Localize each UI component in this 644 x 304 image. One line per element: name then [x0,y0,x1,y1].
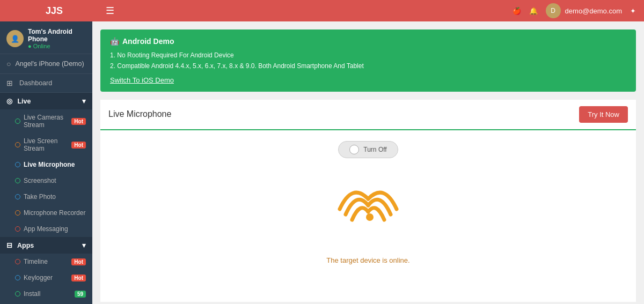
sidebar-item-screenshot[interactable]: Screenshot [0,173,92,189]
bell-icon[interactable]: 🔔 [529,7,538,15]
apps-chevron-icon: ▾ [82,241,86,249]
user-profile[interactable]: D demo@demo.com [546,3,622,18]
banner-line-1: 1. No Rooting Required For Android Devic… [110,50,626,61]
switch-to-ios-link[interactable]: Switch To iOS Demo [110,76,174,84]
live-mic-body: Turn Off [100,130,636,302]
live-mic-header: Live Microphone Try It Now [100,100,636,130]
live-mic-title: Live Microphone [108,109,171,119]
sidebar: 👤 Tom's Android Phone Online Angel's iPh… [0,21,92,304]
sidebar-item-timeline[interactable]: Timeline Hot [0,254,92,270]
screenshot-dot [15,178,20,183]
online-status-text: The target device is online. [326,256,409,264]
mic-recorder-dot [15,210,20,216]
timeline-badge: Hot [71,258,86,265]
share-icon[interactable]: ✦ [630,7,636,15]
sidebar-item-take-photo[interactable]: Take Photo [0,189,92,205]
logo: JJS [8,5,100,17]
sidebar-item-install[interactable]: Install 59 [0,286,92,302]
try-it-now-button[interactable]: Try It Now [579,106,628,123]
user-email-text: demo@demo.com [565,7,622,15]
install-dot [15,291,20,296]
app-messaging-label: App Messaging [24,225,68,233]
screenshot-label: Screenshot [24,177,56,184]
content-area: 🤖 Android Demo 1. No Rooting Required Fo… [92,21,644,304]
keylogger-dot [15,275,20,280]
install-badge: 59 [75,291,86,298]
sidebar-item-keylogger[interactable]: Keylogger Hot [0,270,92,286]
device-avatar-1: 👤 [6,30,24,47]
live-mic-section: Live Microphone Try It Now Turn Off [100,100,636,302]
keylogger-badge: Hot [71,275,86,281]
timeline-label: Timeline [24,258,48,265]
svg-point-0 [366,213,374,221]
toggle-container: Turn Off [338,141,398,158]
main-layout: 👤 Tom's Android Phone Online Angel's iPh… [0,21,644,304]
mic-recorder-label: Microphone Recorder [24,209,85,217]
live-section-label: Live [17,98,31,105]
live-screen-badge: Hot [71,142,86,149]
microphone-icon-area [336,185,400,240]
sidebar-item-live-screen[interactable]: Live Screen Stream Hot [0,133,92,157]
live-section-icon: ◎ [6,98,12,105]
sidebar-item-dashboard[interactable]: ⊞ Dashboard [0,74,92,93]
app-messaging-dot [15,226,20,232]
take-photo-dot [15,194,20,199]
dashboard-icon: ⊞ [6,79,15,87]
banner-title: 🤖 Android Demo [110,37,626,46]
dashboard-label: Dashboard [19,79,52,87]
install-label: Install [24,290,40,298]
sidebar-item-live-cameras[interactable]: Live Cameras Stream Hot [0,109,92,133]
live-microphone-label: Live Microphone [24,161,75,168]
keylogger-label: Keylogger [24,274,53,281]
banner-line-2: 2. Compatible Android 4.4.x, 5.x, 6.x, 7… [110,61,626,71]
sidebar-item-microphone-recorder[interactable]: Microphone Recorder [0,205,92,221]
apps-section-icon: ⊟ [6,242,12,249]
top-header: JJS ☰ 🍎 🔔 D demo@demo.com ✦ [0,0,644,21]
banner-title-text: Android Demo [122,37,174,46]
sidebar-device-1[interactable]: 👤 Tom's Android Phone Online [0,21,92,54]
apps-section-label: Apps [17,242,34,249]
live-mic-dot [15,162,20,167]
android-icon: 🤖 [110,37,119,46]
device-name-1: Tom's Android Phone [28,28,86,43]
android-banner: 🤖 Android Demo 1. No Rooting Required Fo… [100,29,636,92]
sidebar-section-live[interactable]: ◎ Live ▾ [0,93,92,109]
device-status-1: Online [28,43,86,49]
sidebar-item-app-messaging[interactable]: App Messaging [0,221,92,237]
take-photo-label: Take Photo [24,193,56,201]
hamburger-icon[interactable]: ☰ [106,5,114,17]
live-screen-label: Live Screen Stream [24,137,68,152]
avatar: D [546,3,561,18]
live-screen-dot [15,142,20,147]
wifi-signal-icon [336,185,400,239]
device-name-2: Angel's iPhone (Demo) [15,60,84,68]
banner-list: 1. No Rooting Required For Android Devic… [110,50,626,72]
sidebar-item-live-microphone[interactable]: Live Microphone [0,157,92,173]
turn-off-toggle[interactable]: Turn Off [338,141,398,158]
timeline-dot [15,259,20,264]
sidebar-section-apps[interactable]: ⊟ Apps ▾ [0,237,92,254]
apple-icon[interactable]: 🍎 [513,7,521,15]
toggle-label: Turn Off [363,146,386,153]
live-cameras-dot [15,118,20,124]
live-cameras-label: Live Cameras Stream [24,114,68,129]
chevron-down-icon: ▾ [82,97,86,105]
sidebar-item-activity[interactable]: Activity 59 [0,302,92,304]
live-cameras-badge: Hot [71,118,86,125]
header-right-icons: 🍎 🔔 D demo@demo.com ✦ [513,3,636,18]
sidebar-device-2[interactable]: Angel's iPhone (Demo) [0,54,92,74]
